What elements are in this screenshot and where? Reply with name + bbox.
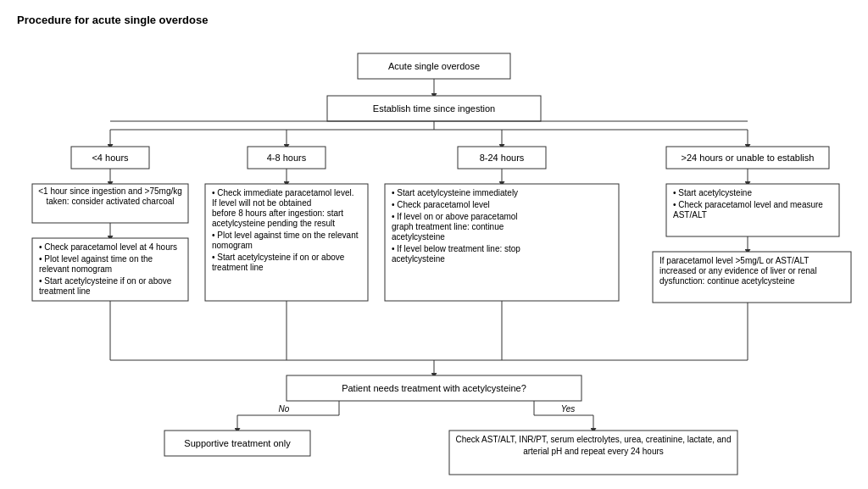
col1-main-l2: • Plot level against time on the bbox=[39, 254, 153, 264]
col1-main-l5: treatment line bbox=[39, 286, 91, 296]
no-outcome-text: Supportive treatment only bbox=[184, 438, 291, 448]
col1-sub-line2: taken: consider activated charcoal bbox=[46, 197, 174, 206]
col4-sub-l1: If paracetamol level >5mg/L or AST/ALT bbox=[659, 256, 809, 265]
col1-main-l4: • Start acetylcysteine if on or above bbox=[39, 276, 172, 286]
col4-sub-l2: increased or any evidence of liver or re… bbox=[659, 266, 817, 275]
col4-l1: • Start acetylcysteine bbox=[673, 188, 752, 197]
col3-l4: graph treatment line: continue bbox=[392, 222, 504, 231]
col1-sub-line1: <1 hour since ingestion and >75mg/kg bbox=[38, 186, 182, 196]
col1-header: <4 hours bbox=[92, 153, 129, 163]
flowchart: Acute single overdose Establish time sin… bbox=[17, 38, 851, 489]
col4-l3: AST/ALT bbox=[673, 210, 707, 219]
col3-l6: • If level below treatment line: stop bbox=[392, 244, 520, 253]
col2-l6: nomogram bbox=[212, 241, 253, 250]
col4-l2: • Check paracetamol level and measure bbox=[673, 200, 823, 209]
merge-node-text: Patient needs treatment with acetylcyste… bbox=[342, 383, 526, 393]
col2-l7: • Start acetylcysteine if on or above bbox=[212, 253, 345, 262]
no-label: No bbox=[279, 404, 290, 414]
col3-l3: • If level on or above paracetamol bbox=[392, 212, 518, 221]
col3-l1: • Start acetylcysteine immediately bbox=[392, 188, 518, 197]
col2-l4: acetylcysteine pending the result bbox=[212, 219, 335, 228]
col2-l5: • Plot level against time on the relevan… bbox=[212, 231, 359, 240]
yes-outcome-l2: arterial pH and repeat every 24 hours bbox=[523, 447, 664, 456]
col2-l2: If level will not be obtained bbox=[212, 198, 311, 208]
top-node-text: Acute single overdose bbox=[388, 61, 480, 71]
col2-l3: before 8 hours after ingestion: start bbox=[212, 208, 343, 218]
second-node-text: Establish time since ingestion bbox=[373, 103, 495, 114]
col1-main-l3: relevant nomogram bbox=[39, 264, 112, 274]
col4-sub-l3: dysfunction: continue acetylcysteine bbox=[659, 276, 795, 286]
col3-header: 8-24 hours bbox=[480, 153, 525, 163]
col3-l5: acetylcysteine bbox=[392, 232, 445, 242]
col3-l2: • Check paracetamol level bbox=[392, 200, 490, 209]
yes-label: Yes bbox=[561, 404, 576, 414]
col2-l1: • Check immediate paracetamol level. bbox=[212, 188, 353, 197]
yes-outcome-l1: Check AST/ALT, INR/PT, serum electrolyte… bbox=[456, 435, 732, 444]
col2-l8: treatment line bbox=[212, 263, 264, 272]
col3-l7: acetylcysteine bbox=[392, 254, 445, 264]
col1-main-l1: • Check paracetamol level at 4 hours bbox=[39, 242, 177, 252]
col2-header: 4-8 hours bbox=[267, 153, 307, 163]
col4-header: >24 hours or unable to establish bbox=[682, 153, 815, 163]
page-title: Procedure for acute single overdose bbox=[17, 14, 851, 26]
